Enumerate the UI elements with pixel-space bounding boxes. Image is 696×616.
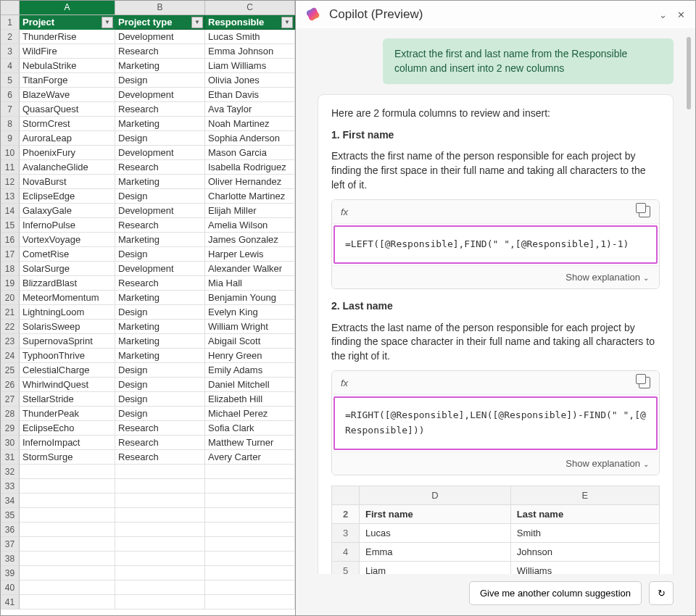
cell[interactable]: PhoenixFury <box>20 146 115 160</box>
cell[interactable]: Marketing <box>115 233 205 247</box>
cell[interactable]: EclipseEcho <box>20 421 115 436</box>
row-header[interactable]: 24 <box>1 349 20 363</box>
cell[interactable]: Marketing <box>115 320 205 334</box>
cell[interactable] <box>115 537 205 552</box>
row-header[interactable]: 1 <box>1 15 20 30</box>
cell[interactable]: Design <box>115 131 205 146</box>
cell[interactable] <box>115 580 205 595</box>
formula-1-content[interactable]: =LEFT([@Responsible],FIND(" ",[@Responsi… <box>334 225 658 264</box>
cell[interactable]: WhirlwindQuest <box>20 378 115 392</box>
cell[interactable]: MeteorMomentum <box>20 291 115 305</box>
cell[interactable] <box>205 537 295 552</box>
cell[interactable] <box>20 537 115 552</box>
cell[interactable]: Marketing <box>115 175 205 189</box>
row-header[interactable]: 23 <box>1 334 20 349</box>
cell[interactable]: Design <box>115 392 205 407</box>
header-cell-project-type[interactable]: Project type ▼ <box>115 15 205 30</box>
row-header[interactable]: 33 <box>1 479 20 494</box>
row-header[interactable]: 2 <box>1 30 20 44</box>
cell[interactable] <box>20 494 115 508</box>
cell[interactable]: Design <box>115 363 205 378</box>
row-header[interactable]: 40 <box>1 580 20 595</box>
cell[interactable]: ThunderPeak <box>20 407 115 421</box>
cell[interactable]: Design <box>115 73 205 88</box>
row-header[interactable]: 8 <box>1 117 20 131</box>
row-header[interactable]: 28 <box>1 407 20 421</box>
cell[interactable]: Alexander Walker <box>205 262 295 276</box>
cell[interactable]: Marketing <box>115 349 205 363</box>
cell[interactable]: Evelyn King <box>205 305 295 320</box>
cell[interactable] <box>20 580 115 595</box>
another-suggestion-button[interactable]: Give me another column suggestion <box>469 581 642 605</box>
cell[interactable]: Liam Williams <box>205 59 295 73</box>
cell[interactable]: BlazeWave <box>20 88 115 102</box>
row-header[interactable]: 37 <box>1 537 20 552</box>
cell[interactable]: Elizabeth Hill <box>205 392 295 407</box>
row-header[interactable]: 11 <box>1 160 20 175</box>
cell[interactable] <box>205 552 295 566</box>
cell[interactable]: Benjamin Young <box>205 291 295 305</box>
cell[interactable]: EclipseEdge <box>20 189 115 204</box>
cell[interactable]: Design <box>115 305 205 320</box>
cell[interactable]: NovaBurst <box>20 175 115 189</box>
column-header-A[interactable]: A <box>20 1 115 14</box>
cell[interactable]: Development <box>115 262 205 276</box>
cell[interactable]: ThunderRise <box>20 30 115 44</box>
cell[interactable]: Marketing <box>115 117 205 131</box>
row-header[interactable]: 39 <box>1 566 20 580</box>
cell[interactable]: Research <box>115 421 205 436</box>
cell[interactable] <box>115 479 205 494</box>
column-header-C[interactable]: C <box>205 1 295 14</box>
cell[interactable]: StormCrest <box>20 117 115 131</box>
row-header[interactable]: 26 <box>1 378 20 392</box>
cell[interactable]: Henry Green <box>205 349 295 363</box>
refresh-button[interactable]: ↻ <box>649 581 674 605</box>
cell[interactable] <box>115 552 205 566</box>
cell[interactable] <box>20 566 115 580</box>
row-header[interactable]: 36 <box>1 523 20 537</box>
cell[interactable]: Olivia Jones <box>205 73 295 88</box>
row-header[interactable]: 31 <box>1 450 20 465</box>
cell[interactable]: InfernoPulse <box>20 218 115 233</box>
row-header[interactable]: 12 <box>1 175 20 189</box>
cell[interactable]: Marketing <box>115 291 205 305</box>
row-header[interactable]: 38 <box>1 552 20 566</box>
cell[interactable]: NebulaStrike <box>20 59 115 73</box>
cell[interactable] <box>20 523 115 537</box>
close-icon[interactable]: ✕ <box>677 9 685 20</box>
row-header[interactable]: 21 <box>1 305 20 320</box>
copy-icon[interactable] <box>639 377 650 388</box>
cell[interactable]: William Wright <box>205 320 295 334</box>
cell[interactable]: SolarSurge <box>20 262 115 276</box>
row-header[interactable]: 41 <box>1 595 20 609</box>
cell[interactable]: Amelia Wilson <box>205 218 295 233</box>
cell[interactable]: Elijah Miller <box>205 204 295 218</box>
row-header[interactable]: 34 <box>1 494 20 508</box>
row-header[interactable]: 20 <box>1 291 20 305</box>
cell[interactable] <box>205 479 295 494</box>
cell[interactable]: Development <box>115 30 205 44</box>
cell[interactable]: Design <box>115 378 205 392</box>
cell[interactable]: Research <box>115 276 205 291</box>
row-header[interactable]: 22 <box>1 320 20 334</box>
scrollbar-thumb[interactable] <box>687 37 691 109</box>
filter-dropdown-icon[interactable]: ▼ <box>281 17 293 28</box>
column-header-B[interactable]: B <box>115 1 205 14</box>
cell[interactable]: Ava Taylor <box>205 102 295 117</box>
cell[interactable]: Research <box>115 450 205 465</box>
cell[interactable] <box>20 595 115 609</box>
row-header[interactable]: 9 <box>1 131 20 146</box>
cell[interactable] <box>205 494 295 508</box>
cell[interactable]: TitanForge <box>20 73 115 88</box>
row-header[interactable]: 6 <box>1 88 20 102</box>
cell[interactable] <box>20 552 115 566</box>
cell[interactable] <box>115 523 205 537</box>
cell[interactable]: TyphoonThrive <box>20 349 115 363</box>
cell[interactable]: GalaxyGale <box>20 204 115 218</box>
cell[interactable]: Development <box>115 146 205 160</box>
cell[interactable]: Marketing <box>115 334 205 349</box>
row-header[interactable]: 14 <box>1 204 20 218</box>
cell[interactable]: Isabella Rodriguez <box>205 160 295 175</box>
row-header[interactable]: 19 <box>1 276 20 291</box>
cell[interactable]: Research <box>115 44 205 59</box>
